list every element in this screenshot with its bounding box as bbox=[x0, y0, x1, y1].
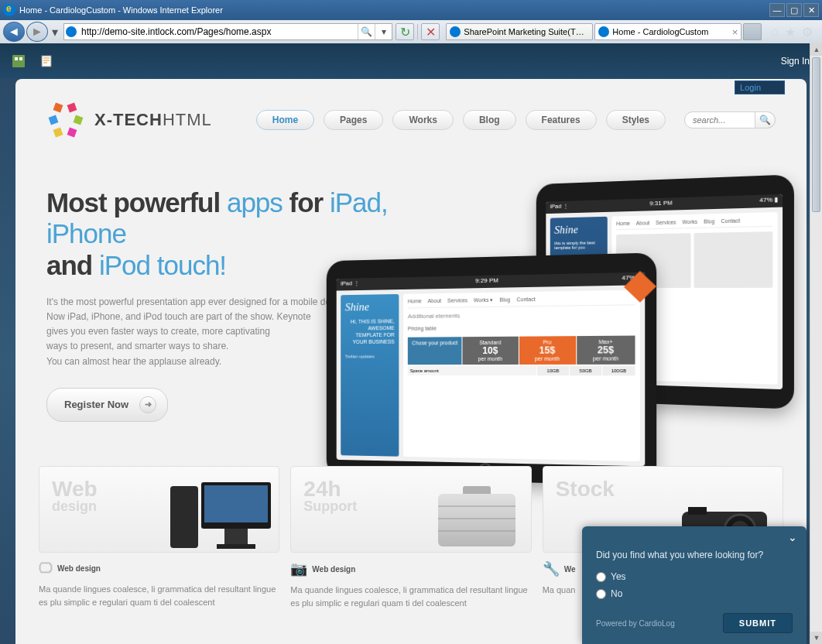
wrench-icon: 🔧 bbox=[543, 560, 560, 577]
scroll-thumb[interactable] bbox=[812, 57, 820, 212]
scroll-down-icon[interactable]: ▼ bbox=[810, 632, 822, 644]
search-button[interactable]: 🔍 bbox=[755, 111, 776, 128]
svg-rect-14 bbox=[217, 544, 255, 549]
tab-label: Home - CardiologCustom bbox=[612, 27, 728, 36]
logo-mark-icon bbox=[46, 101, 85, 139]
svg-rect-0 bbox=[12, 55, 25, 67]
register-button[interactable]: Register Now ➜ bbox=[46, 388, 168, 422]
vertical-scrollbar[interactable]: ▲ ▼ bbox=[810, 43, 822, 644]
site-logo[interactable]: X-TECHHTML bbox=[46, 101, 212, 139]
minimize-button[interactable]: — bbox=[769, 3, 785, 17]
svg-rect-7 bbox=[74, 115, 84, 125]
svg-rect-12 bbox=[204, 485, 268, 522]
svg-rect-2 bbox=[19, 57, 22, 60]
nav-home[interactable]: Home bbox=[256, 110, 314, 130]
svg-rect-3 bbox=[42, 56, 51, 67]
tab-close-icon[interactable]: × bbox=[732, 26, 738, 38]
sign-in-link[interactable]: Sign In bbox=[781, 56, 810, 67]
svg-rect-1 bbox=[15, 57, 18, 60]
favorites-icon[interactable]: ★ bbox=[785, 25, 796, 39]
tab-favicon-icon bbox=[598, 26, 609, 37]
new-tab-button[interactable] bbox=[743, 23, 762, 40]
address-bar: 🔍 ▾ bbox=[63, 23, 392, 40]
ie-icon bbox=[3, 4, 15, 16]
browser-toolbar: ◄ ► ▾ 🔍 ▾ ↻ ✕ SharePoint Marketing Suite… bbox=[0, 20, 822, 43]
tablet-front: iPad ⋮9:29 PM47% ▮ Shine HI, THIS IS SHI… bbox=[327, 252, 656, 485]
history-dropdown[interactable]: ▾ bbox=[50, 22, 60, 42]
monitor-icon: 🖵 bbox=[39, 560, 53, 577]
site-actions-icon[interactable] bbox=[12, 55, 25, 67]
survey-option-no[interactable]: No bbox=[596, 588, 793, 599]
maximize-button[interactable]: ▢ bbox=[786, 3, 802, 17]
feature-support[interactable]: 24h Support bbox=[290, 466, 531, 553]
svg-rect-6 bbox=[49, 115, 59, 125]
briefcase-icon bbox=[430, 486, 523, 552]
browser-tab[interactable]: SharePoint Marketing Suite(TM) ... bbox=[446, 23, 593, 40]
site-header: X-TECHHTML Home Pages Works Blog Feature… bbox=[15, 79, 807, 149]
meta-label: We bbox=[564, 565, 576, 574]
collapse-icon[interactable]: ⌄ bbox=[788, 531, 797, 543]
svg-rect-4 bbox=[53, 103, 63, 113]
meta-label: Web design bbox=[312, 565, 355, 574]
hero-section: Most powerful apps for iPad, iPhoneand i… bbox=[15, 149, 807, 458]
desktop-icon bbox=[170, 482, 271, 552]
arrow-right-icon: ➜ bbox=[139, 396, 156, 413]
tab-favicon-icon bbox=[450, 26, 461, 37]
svg-rect-9 bbox=[67, 128, 77, 138]
survey-submit-button[interactable]: SUBMIT bbox=[723, 613, 793, 633]
page-favicon-icon bbox=[64, 26, 78, 37]
search-input[interactable] bbox=[684, 111, 755, 128]
nav-features[interactable]: Features bbox=[526, 110, 597, 130]
survey-powered-by: Powered by CardioLog bbox=[596, 619, 675, 628]
window-title: Home - CardiologCustom - Windows Interne… bbox=[19, 5, 769, 15]
back-button[interactable]: ◄ bbox=[3, 22, 25, 42]
meta-label: Web design bbox=[57, 564, 101, 573]
logo-text: X-TECHHTML bbox=[94, 110, 212, 130]
camera-icon: 📷 bbox=[290, 560, 307, 577]
svg-rect-13 bbox=[224, 529, 248, 544]
survey-option-yes[interactable]: Yes bbox=[596, 571, 793, 582]
edit-page-icon[interactable] bbox=[40, 55, 53, 67]
tab-label: SharePoint Marketing Suite(TM) ... bbox=[464, 27, 589, 36]
svg-rect-5 bbox=[67, 103, 77, 113]
sharepoint-ribbon: Sign In bbox=[0, 43, 822, 79]
nav-blog[interactable]: Blog bbox=[463, 110, 516, 130]
home-icon[interactable]: ⌂ bbox=[771, 25, 779, 39]
svg-rect-16 bbox=[438, 494, 515, 546]
nav-styles[interactable]: Styles bbox=[606, 110, 666, 130]
refresh-button[interactable]: ↻ bbox=[396, 23, 414, 40]
meta-text: Ma quande lingues coalesce, li grammatic… bbox=[39, 583, 279, 608]
nav-works[interactable]: Works bbox=[392, 110, 453, 130]
svg-rect-8 bbox=[53, 128, 63, 138]
svg-rect-10 bbox=[170, 486, 198, 548]
main-nav: Home Pages Works Blog Features Styles 🔍 bbox=[256, 110, 776, 130]
survey-popup: ⌄ Did you find what you where looking fo… bbox=[582, 526, 807, 644]
url-input[interactable] bbox=[78, 26, 358, 37]
hero-image: iPad ⋮9:31 PM47% ▮ Shinethis is simply t… bbox=[311, 180, 807, 466]
browser-tab[interactable]: Home - CardiologCustom × bbox=[594, 23, 742, 40]
svg-rect-23 bbox=[688, 507, 707, 515]
window-titlebar: Home - CardiologCustom - Windows Interne… bbox=[0, 0, 822, 20]
go-dropdown[interactable]: ▾ bbox=[375, 24, 392, 39]
close-button[interactable]: ✕ bbox=[803, 3, 819, 17]
meta-text: Ma quande lingues coalesce, li grammatic… bbox=[290, 584, 531, 609]
stop-button[interactable]: ✕ bbox=[421, 23, 440, 40]
survey-question: Did you find what you where looking for? bbox=[596, 550, 793, 560]
scroll-up-icon[interactable]: ▲ bbox=[810, 43, 822, 56]
forward-button[interactable]: ► bbox=[26, 22, 48, 42]
search-icon[interactable]: 🔍 bbox=[358, 24, 375, 39]
feature-web-design[interactable]: Web design bbox=[39, 466, 279, 553]
tools-icon[interactable]: ⚙ bbox=[802, 25, 813, 39]
login-link[interactable]: Login bbox=[735, 80, 785, 94]
nav-pages[interactable]: Pages bbox=[324, 110, 383, 130]
